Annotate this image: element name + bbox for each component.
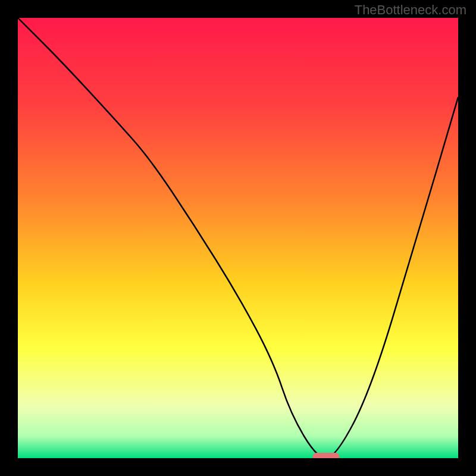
watermark-text: TheBottleneck.com [355, 2, 466, 18]
optimal-marker [313, 453, 339, 458]
gradient-background [18, 18, 458, 458]
chart-container [18, 18, 458, 458]
chart-svg [18, 18, 458, 458]
